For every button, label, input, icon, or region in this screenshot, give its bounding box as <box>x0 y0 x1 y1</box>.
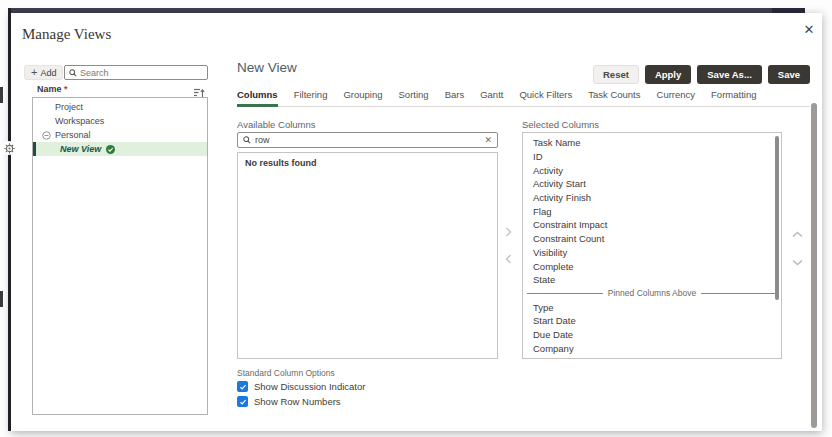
tab-filtering[interactable]: Filtering <box>294 89 328 100</box>
selected-columns-list: Task Name ID Activity Activity Start Act… <box>522 132 782 359</box>
save-as-button[interactable]: Save As... <box>697 65 762 84</box>
tab-quick-filters[interactable]: Quick Filters <box>519 89 572 100</box>
tab-columns[interactable]: Columns <box>237 89 278 100</box>
tree-item-label: Workspaces <box>55 116 104 126</box>
views-tree: Project Workspaces Personal New View <box>32 97 208 415</box>
search-icon <box>69 69 77 77</box>
tree-item-personal[interactable]: Personal <box>33 128 207 142</box>
check-circle-icon <box>106 145 115 154</box>
plus-icon: + <box>31 67 37 78</box>
views-search-input[interactable] <box>80 68 203 78</box>
tree-item-label: Project <box>55 102 83 112</box>
tree-item-label: New View <box>60 144 101 154</box>
selection-bar <box>33 142 36 156</box>
selected-column[interactable]: Due Date <box>523 328 781 342</box>
tab-currency[interactable]: Currency <box>657 89 696 100</box>
pinned-columns-divider: Pinned Columns Above <box>523 287 781 301</box>
move-left-button[interactable] <box>502 253 514 265</box>
tab-formatting[interactable]: Formatting <box>711 89 756 100</box>
move-right-button[interactable] <box>502 226 514 238</box>
collapse-icon[interactable] <box>42 131 51 140</box>
tab-gantt[interactable]: Gantt <box>480 89 503 100</box>
reorder-down-button[interactable] <box>790 257 804 267</box>
selected-column[interactable]: Constraint Count <box>523 232 781 246</box>
views-search-box[interactable] <box>64 65 208 80</box>
tree-item-workspaces[interactable]: Workspaces <box>33 114 207 128</box>
tree-column-header[interactable]: Name * <box>37 84 68 94</box>
selected-column[interactable]: Activity Finish <box>523 191 781 205</box>
checkbox-label: Show Row Numbers <box>254 396 341 407</box>
selected-list-scrollbar[interactable] <box>775 136 779 300</box>
checkbox-checked-icon <box>237 381 248 392</box>
search-icon <box>243 136 251 144</box>
checkbox-label: Show Discussion Indicator <box>254 381 365 392</box>
divider-line <box>701 293 777 294</box>
available-columns-label: Available Columns <box>237 119 316 130</box>
name-header-label: Name <box>37 84 62 94</box>
divider-line <box>527 293 603 294</box>
divider-label: Pinned Columns Above <box>608 288 696 298</box>
screen: Manage Views ✕ + Add Name * <box>0 0 832 437</box>
tree-item-new-view-selected[interactable]: New View <box>33 142 207 156</box>
selected-column[interactable]: Flag <box>523 204 781 218</box>
selected-column[interactable]: Activity <box>523 163 781 177</box>
tree-item-project[interactable]: Project <box>33 100 207 114</box>
selected-column[interactable]: Complete <box>523 259 781 273</box>
selected-column[interactable]: Visibility <box>523 246 781 260</box>
available-columns-search-box[interactable]: ✕ <box>237 132 498 148</box>
add-button-label: Add <box>40 68 56 78</box>
view-tabs: Columns Filtering Grouping Sorting Bars … <box>237 89 810 107</box>
clear-search-icon[interactable]: ✕ <box>484 135 492 145</box>
selected-column[interactable]: Company <box>523 341 781 355</box>
checkbox-checked-icon <box>237 396 248 407</box>
apply-button[interactable]: Apply <box>645 65 691 84</box>
panel-scrollbar[interactable] <box>811 103 817 428</box>
selected-column[interactable]: Start Date <box>523 314 781 328</box>
show-row-numbers-checkbox[interactable]: Show Row Numbers <box>237 396 341 407</box>
reset-button[interactable]: Reset <box>593 65 639 84</box>
background-fragment <box>0 87 3 103</box>
action-buttons: Reset Apply Save As... Save <box>237 65 810 84</box>
available-columns-search-input[interactable] <box>255 135 480 145</box>
selected-column[interactable]: Commitment Count <box>523 355 781 359</box>
empty-results-message: No results found <box>238 153 497 173</box>
background-fragment <box>0 291 3 307</box>
tree-item-label: Personal <box>55 130 91 140</box>
standard-column-options-heading: Standard Column Options <box>237 368 335 378</box>
tab-grouping[interactable]: Grouping <box>343 89 382 100</box>
selected-column[interactable]: Type <box>523 300 781 314</box>
selected-columns-label: Selected Columns <box>522 119 599 130</box>
reorder-up-button[interactable] <box>790 229 804 239</box>
gear-icon[interactable] <box>2 141 16 155</box>
available-columns-list: No results found <box>237 152 498 359</box>
manage-views-dialog: Manage Views ✕ + Add Name * <box>11 13 822 431</box>
selected-column[interactable]: Activity Start <box>523 177 781 191</box>
tab-sorting[interactable]: Sorting <box>399 89 429 100</box>
close-icon[interactable]: ✕ <box>801 22 817 38</box>
show-discussion-indicator-checkbox[interactable]: Show Discussion Indicator <box>237 381 365 392</box>
selected-column[interactable]: Task Name <box>523 136 781 150</box>
save-button[interactable]: Save <box>768 65 810 84</box>
tab-bars[interactable]: Bars <box>445 89 465 100</box>
tab-task-counts[interactable]: Task Counts <box>588 89 640 100</box>
add-view-button[interactable]: + Add <box>24 65 63 80</box>
dialog-title: Manage Views <box>22 26 111 43</box>
selected-column[interactable]: State <box>523 273 781 287</box>
selected-column[interactable]: ID <box>523 150 781 164</box>
required-asterisk: * <box>64 84 68 94</box>
selected-column[interactable]: Constraint Impact <box>523 218 781 232</box>
